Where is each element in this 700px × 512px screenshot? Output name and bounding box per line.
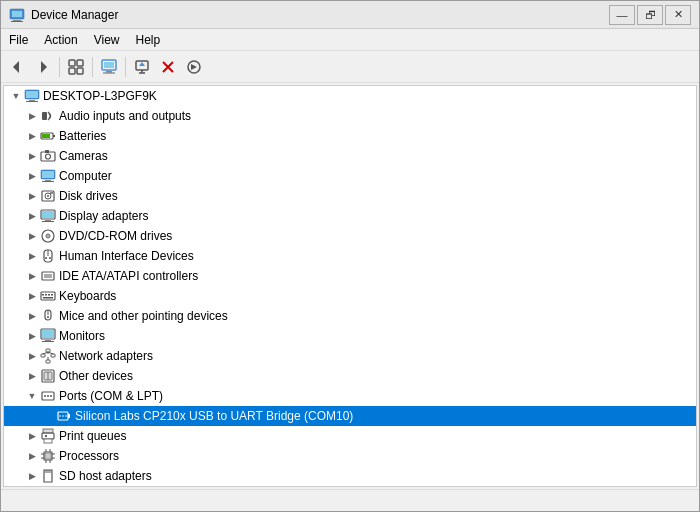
svg-rect-7 xyxy=(77,60,83,66)
expander-14[interactable]: ▶ xyxy=(24,368,40,384)
menu-file[interactable]: File xyxy=(1,31,36,49)
expander-13[interactable]: ▶ xyxy=(24,348,40,364)
expander-12[interactable]: ▶ xyxy=(24,328,40,344)
tree-label-18: Processors xyxy=(59,449,119,463)
tree-item-2[interactable]: ▶ Batteries xyxy=(4,126,696,146)
expander-11[interactable]: ▶ xyxy=(24,308,40,324)
update-button[interactable] xyxy=(130,55,154,79)
tree-item-20[interactable]: ▶ Software devices xyxy=(4,486,696,487)
tree-item-12[interactable]: ▶ Monitors xyxy=(4,326,696,346)
icon-display xyxy=(40,208,56,224)
svg-point-47 xyxy=(47,235,49,237)
tree-item-13[interactable]: ▶ Network adapters xyxy=(4,346,696,366)
icon-network xyxy=(40,348,56,364)
forward-button[interactable] xyxy=(31,55,55,79)
menu-view[interactable]: View xyxy=(86,31,128,49)
tree-item-9[interactable]: ▶ IDE ATA/ATAPI controllers xyxy=(4,266,696,286)
toolbar xyxy=(1,51,699,83)
tree-item-3[interactable]: ▶ Cameras xyxy=(4,146,696,166)
tree-item-8[interactable]: ▶ Human Interface Devices xyxy=(4,246,696,266)
expander-7[interactable]: ▶ xyxy=(24,228,40,244)
window-icon xyxy=(9,7,25,23)
svg-rect-8 xyxy=(69,68,75,74)
svg-rect-29 xyxy=(42,134,50,138)
svg-rect-13 xyxy=(103,72,115,73)
tree-label-9: IDE ATA/ATAPI controllers xyxy=(59,269,198,283)
tree-item-1[interactable]: ▶ Audio inputs and outputs xyxy=(4,106,696,126)
svg-rect-87 xyxy=(68,414,70,418)
expander-8[interactable]: ▶ xyxy=(24,248,40,264)
tree-item-17[interactable]: ▶ Print queues xyxy=(4,426,696,446)
tree-item-10[interactable]: ▶ Keyboards xyxy=(4,286,696,306)
svg-rect-26 xyxy=(42,112,47,120)
icon-computer-item xyxy=(40,168,56,184)
device-tree[interactable]: ▼ DESKTOP-L3PGF9K ▶ xyxy=(3,85,697,487)
expander-4[interactable]: ▶ xyxy=(24,168,40,184)
expander-9[interactable]: ▶ xyxy=(24,268,40,284)
svg-rect-12 xyxy=(106,71,112,73)
expander-5[interactable]: ▶ xyxy=(24,188,40,204)
window-controls: — 🗗 ✕ xyxy=(609,5,691,25)
tree-item-18[interactable]: ▶ Processors xyxy=(4,446,696,466)
expander-19[interactable]: ▶ xyxy=(24,468,40,484)
icon-ports xyxy=(40,388,56,404)
icon-keyboard xyxy=(40,288,56,304)
minimize-button[interactable]: — xyxy=(609,5,635,25)
icon-other xyxy=(40,368,56,384)
tree-item-5[interactable]: ▶ Disk drives xyxy=(4,186,696,206)
expander-0[interactable]: ▼ xyxy=(8,88,24,104)
svg-rect-44 xyxy=(42,221,54,222)
expander-1[interactable]: ▶ xyxy=(24,108,40,124)
tree-label-12: Monitors xyxy=(59,329,105,343)
svg-rect-56 xyxy=(42,294,44,296)
tree-item-0[interactable]: ▼ DESKTOP-L3PGF9K xyxy=(4,86,696,106)
svg-rect-69 xyxy=(41,354,45,357)
separator-3 xyxy=(125,57,126,77)
title-bar-left: Device Manager xyxy=(9,7,118,23)
tree-item-15[interactable]: ▼ Ports (COM & LPT) xyxy=(4,386,696,406)
tree-item-16[interactable]: ▶ Silicon Labs CP210x USB to UART Bridge… xyxy=(4,406,696,426)
tree-item-4[interactable]: ▶ Computer xyxy=(4,166,696,186)
close-button[interactable]: ✕ xyxy=(665,5,691,25)
tree-label-19: SD host adapters xyxy=(59,469,152,483)
expander-18[interactable]: ▶ xyxy=(24,448,40,464)
icon-dvd xyxy=(40,228,56,244)
restore-button[interactable]: 🗗 xyxy=(637,5,663,25)
svg-rect-28 xyxy=(53,135,55,137)
title-bar: Device Manager — 🗗 ✕ xyxy=(1,1,699,29)
tree-label-7: DVD/CD-ROM drives xyxy=(59,229,172,243)
view-button[interactable] xyxy=(64,55,88,79)
svg-rect-55 xyxy=(41,292,55,300)
icon-ide xyxy=(40,268,56,284)
tree-item-11[interactable]: ▶ Mice and other pointing devices xyxy=(4,306,696,326)
menu-help[interactable]: Help xyxy=(128,31,169,49)
svg-point-84 xyxy=(59,415,61,417)
tree-item-19[interactable]: ▶ SD host adapters xyxy=(4,466,696,486)
monitor-button[interactable] xyxy=(97,55,121,79)
expander-15[interactable]: ▼ xyxy=(24,388,40,404)
expander-3[interactable]: ▶ xyxy=(24,148,40,164)
icon-hid xyxy=(40,248,56,264)
uninstall-button[interactable] xyxy=(156,55,180,79)
tree-label-11: Mice and other pointing devices xyxy=(59,309,228,323)
tree-item-14[interactable]: ▶ Other devices xyxy=(4,366,696,386)
expander-10[interactable]: ▶ xyxy=(24,288,40,304)
scan-button[interactable] xyxy=(182,55,206,79)
icon-sd xyxy=(40,468,56,484)
tree-item-7[interactable]: ▶ DVD/CD-ROM drives xyxy=(4,226,696,246)
menu-action[interactable]: Action xyxy=(36,31,85,49)
expander-17[interactable]: ▶ xyxy=(24,428,40,444)
expander-2[interactable]: ▶ xyxy=(24,128,40,144)
device-manager-window: Device Manager — 🗗 ✕ File Action View He… xyxy=(0,0,700,512)
expander-6[interactable]: ▶ xyxy=(24,208,40,224)
svg-rect-52 xyxy=(42,272,54,280)
svg-rect-91 xyxy=(45,435,47,437)
svg-rect-70 xyxy=(51,354,55,357)
tree-item-6[interactable]: ▶ Display adapters xyxy=(4,206,696,226)
svg-rect-71 xyxy=(46,360,50,363)
svg-point-63 xyxy=(47,316,49,318)
svg-point-86 xyxy=(65,415,67,417)
back-button[interactable] xyxy=(5,55,29,79)
icon-cameras xyxy=(40,148,56,164)
svg-rect-60 xyxy=(43,297,53,299)
